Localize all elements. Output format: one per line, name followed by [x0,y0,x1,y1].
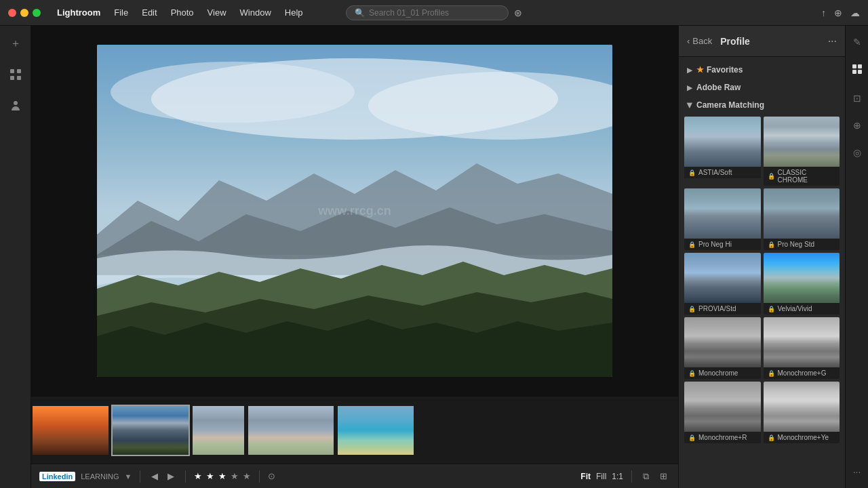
profile-thumb-monochrome [684,317,761,367]
star-3[interactable]: ★ [218,471,226,481]
menu-help[interactable]: Help [279,6,309,19]
svg-rect-11 [852,70,856,74]
favorites-arrow-icon: ▶ [687,66,692,74]
profile-item-astia[interactable]: 🔒 ASTIA/Soft [684,117,761,186]
maximize-button[interactable] [33,9,41,17]
lock-icon-velvia: 🔒 [768,306,775,312]
back-button[interactable]: ‹ Back [687,36,712,46]
help-circle-icon[interactable]: ⊕ [834,7,842,18]
menu-photo[interactable]: Photo [165,6,199,19]
close-button[interactable] [8,9,16,17]
profile-thumb-monochrome-r [684,382,761,432]
adobe-raw-section-header[interactable]: ▶ Adobe Raw [679,79,845,96]
grid-view-button[interactable]: ⊞ [657,470,670,483]
filter-icon[interactable]: ⊛ [514,7,522,18]
filmstrip-thumb-5[interactable] [336,405,415,456]
grid-view-icon[interactable] [6,65,25,84]
star-1[interactable]: ★ [194,471,202,481]
monochrome-r-label: Monochrome+R [698,434,747,441]
filmstrip-thumb-3[interactable] [191,405,245,456]
profile-thumb-astia [684,117,761,167]
provia-label: PROVIA/Std [698,305,736,312]
profile-item-monochrome-r[interactable]: 🔒 Monochrome+R [684,382,761,443]
profile-item-provia[interactable]: 🔒 PROVIA/Std [684,253,761,314]
filmstrip [31,396,678,464]
svg-rect-10 [858,64,862,68]
profile-item-monochrome-ye[interactable]: 🔒 Monochrome+Ye [764,382,840,443]
right-panel: ‹ Back Profile ··· ▶ ★ Favorites ▶ Adobe… [678,26,845,488]
svg-point-7 [111,62,355,123]
fill-button[interactable]: Fill [596,472,606,481]
menu-window[interactable]: Window [235,6,277,19]
svg-rect-9 [852,64,856,68]
adobe-raw-arrow-icon: ▶ [687,84,692,92]
profile-panel-icon[interactable] [849,61,865,79]
search-input[interactable] [369,8,491,18]
minimize-button[interactable] [20,9,28,17]
titlebar-right: ↑ ⊕ ☁ [821,7,860,18]
svg-point-4 [14,101,18,105]
toolbar-divider-2 [185,470,186,483]
pro-neg-std-label: Pro Neg Std [778,241,814,248]
svg-rect-2 [10,76,14,80]
star-5[interactable]: ★ [243,471,251,481]
bottom-toolbar: Linkedin LEARNING ▼ ◀ ▶ ★ ★ ★ ★ ★ ⊙ Fit … [31,464,678,488]
profile-thumb-velvia [764,253,840,303]
app-name[interactable]: Lightroom [52,6,106,19]
menu-view[interactable]: View [202,6,232,19]
profile-thumb-monochrome-ye [764,382,840,432]
mountain-overlay [97,45,612,377]
profile-name-classic-chrome: 🔒 CLASSIC CHROME [764,167,840,186]
lock-icon-astia: 🔒 [688,169,696,176]
profile-header: ‹ Back Profile ··· [679,26,845,57]
menu-file[interactable]: File [108,6,134,19]
profile-item-pro-neg-hi[interactable]: 🔒 Pro Neg Hi [684,188,761,250]
person-icon[interactable] [6,96,25,115]
profile-item-velvia[interactable]: 🔒 Velvia/Vivid [764,253,840,314]
star-rating: ★ ★ ★ ★ ★ [194,471,251,481]
svg-rect-12 [858,70,862,74]
filmstrip-thumb-1[interactable] [31,405,110,456]
star-2[interactable]: ★ [206,471,214,481]
dropdown-icon[interactable]: ▼ [124,472,132,481]
profile-thumb-pro-neg-std [764,188,840,239]
upload-icon[interactable]: ↑ [821,7,826,18]
profile-item-pro-neg-std[interactable]: 🔒 Pro Neg Std [764,188,840,250]
monochrome-ye-label: Monochrome+Ye [778,434,829,441]
profile-item-classic-chrome[interactable]: 🔒 CLASSIC CHROME [764,117,840,186]
next-photo-button[interactable]: ▶ [165,470,177,483]
main-layout: ＋ [0,26,868,488]
search-bar[interactable]: 🔍 [346,5,509,20]
lock-icon-classic-chrome: 🔒 [768,173,775,180]
filmstrip-thumb-4[interactable] [247,405,335,456]
profile-title: Profile [720,36,750,47]
add-icon[interactable]: ＋ [6,34,25,53]
filmstrip-thumb-2[interactable] [111,405,190,456]
more-options-icon[interactable]: ··· [828,35,837,47]
mask-icon[interactable]: ◎ [850,144,864,161]
menu-edit[interactable]: Edit [136,6,162,19]
main-photo: www.rrcg.cn [97,45,612,377]
dots-icon[interactable]: ··· [850,464,864,480]
profile-item-monochrome[interactable]: 🔒 Monochrome [684,317,761,379]
back-label[interactable]: Back [692,36,712,46]
camera-matching-section-header[interactable]: ▶ Camera Matching [679,96,845,114]
back-chevron-icon: ‹ [687,36,690,46]
profile-name-pro-neg-hi: 🔒 Pro Neg Hi [684,239,761,250]
healing-icon[interactable]: ⊕ [850,117,864,134]
traffic-lights [8,9,41,17]
favorites-label: Favorites [707,65,743,75]
compare-icon[interactable]: ⧉ [640,470,652,483]
linkedin-in: in [66,472,73,481]
cloud-icon[interactable]: ☁ [850,7,860,18]
star-4[interactable]: ★ [231,471,239,481]
crop-icon[interactable]: ⊡ [850,90,864,106]
edit-pen-icon[interactable]: ✎ [850,34,864,50]
profile-item-monochrome-g[interactable]: 🔒 Monochrome+G [764,317,840,379]
ratio-button[interactable]: 1:1 [612,472,623,481]
adobe-raw-label: Adobe Raw [696,83,741,92]
fit-button[interactable]: Fit [580,472,591,481]
lock-icon-pro-neg-hi: 🔒 [688,241,696,248]
favorites-section-header[interactable]: ▶ ★ Favorites [679,61,845,79]
prev-photo-button[interactable]: ◀ [149,470,161,483]
